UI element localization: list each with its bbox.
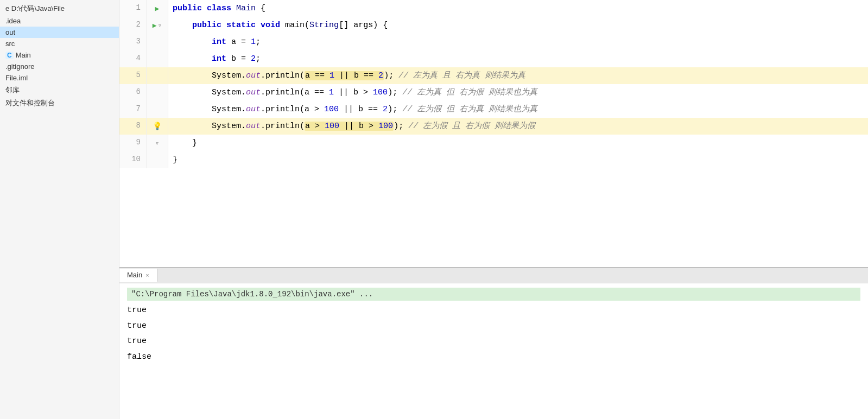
code-line-7: System.out.println(a > 100 || b == 2); /… bbox=[168, 101, 868, 118]
code-line-10: } bbox=[168, 151, 868, 168]
line-number-10: 10 bbox=[119, 151, 147, 168]
console-output: "C:\Program Files\Java\jdk1.8.0_192\bin\… bbox=[119, 283, 868, 419]
table-row: 10 } bbox=[119, 151, 868, 168]
line-number-6: 6 bbox=[119, 84, 147, 101]
sidebar-item-file-iml[interactable]: File.iml bbox=[0, 72, 119, 84]
sidebar-item-gitignore[interactable]: .gitignore bbox=[0, 61, 119, 72]
bookmark-icon-9: ▿ bbox=[155, 139, 160, 148]
console-line-3: true bbox=[127, 334, 860, 350]
panel-tabs: Main × bbox=[119, 268, 868, 283]
code-line-3: int a = 1; bbox=[168, 34, 868, 50]
line-number-2: 2 bbox=[119, 17, 147, 34]
line-number-3: 3 bbox=[119, 34, 147, 50]
sidebar-item-idea[interactable]: .idea bbox=[0, 15, 119, 27]
table-row: 1 ▶ public class Main { bbox=[119, 0, 868, 17]
table-row: 2 ▶ ▿ public static void main(String[] a… bbox=[119, 17, 868, 34]
gutter-3 bbox=[147, 34, 168, 50]
line-number-9: 9 bbox=[119, 135, 147, 151]
line-number-1: 1 bbox=[119, 0, 147, 17]
main-content: 1 ▶ public class Main { 2 ▶ ▿ public sta… bbox=[119, 0, 868, 419]
table-row: 7 System.out.println(a > 100 || b == 2);… bbox=[119, 101, 868, 118]
gutter-5 bbox=[147, 67, 168, 84]
code-line-2: public static void main(String[] args) { bbox=[168, 17, 868, 34]
gutter-6 bbox=[147, 84, 168, 101]
tab-close-button[interactable]: × bbox=[145, 272, 149, 278]
bookmark-icon-2: ▿ bbox=[158, 21, 162, 30]
gutter-2[interactable]: ▶ ▿ bbox=[147, 17, 168, 34]
sidebar-title: e D:\代码\Java\File bbox=[0, 2, 119, 15]
code-line-1: public class Main { bbox=[168, 0, 868, 17]
sidebar-item-files-console[interactable]: 对文件和控制台 bbox=[0, 97, 119, 110]
gutter-1[interactable]: ▶ bbox=[147, 0, 168, 17]
table-row: 6 System.out.println(a == 1 || b > 100);… bbox=[119, 84, 868, 101]
console-line-2: true bbox=[127, 319, 860, 334]
gutter-9: ▿ bbox=[147, 135, 168, 151]
sidebar-item-repository[interactable]: 邻库 bbox=[0, 84, 119, 97]
bottom-panel: Main × "C:\Program Files\Java\jdk1.8.0_1… bbox=[119, 267, 868, 419]
console-line-1: true bbox=[127, 303, 860, 319]
line-number-7: 7 bbox=[119, 101, 147, 118]
sidebar-item-out[interactable]: out bbox=[0, 27, 119, 38]
code-line-4: int b = 2; bbox=[168, 50, 868, 67]
sidebar: e D:\代码\Java\File .idea out src CMain .g… bbox=[0, 0, 119, 419]
table-row: 3 int a = 1; bbox=[119, 34, 868, 50]
sidebar-item-main[interactable]: CMain bbox=[0, 49, 119, 61]
console-command: "C:\Program Files\Java\jdk1.8.0_192\bin\… bbox=[127, 288, 860, 301]
line-number-5: 5 bbox=[119, 67, 147, 84]
sidebar-item-src[interactable]: src bbox=[0, 38, 119, 49]
code-line-6: System.out.println(a == 1 || b > 100); /… bbox=[168, 84, 868, 101]
gutter-10 bbox=[147, 151, 168, 168]
bulb-icon-8[interactable]: 💡 bbox=[153, 122, 162, 131]
console-line-4: false bbox=[127, 350, 860, 365]
table-row: 8 💡 System.out.println(a > 100 || b > 10… bbox=[119, 118, 868, 135]
editor-area: 1 ▶ public class Main { 2 ▶ ▿ public sta… bbox=[119, 0, 868, 267]
tab-main[interactable]: Main × bbox=[119, 269, 157, 282]
line-number-4: 4 bbox=[119, 50, 147, 67]
run-icon-2[interactable]: ▶ bbox=[153, 21, 157, 30]
tab-main-label: Main bbox=[127, 271, 142, 279]
code-line-5: System.out.println(a == 1 || b == 2); //… bbox=[168, 67, 868, 84]
class-icon: C bbox=[5, 52, 14, 59]
code-line-9: } bbox=[168, 135, 868, 151]
code-line-8: System.out.println(a > 100 || b > 100); … bbox=[168, 118, 868, 135]
run-icon-1[interactable]: ▶ bbox=[155, 4, 160, 13]
table-row: 9 ▿ } bbox=[119, 135, 868, 151]
gutter-7 bbox=[147, 101, 168, 118]
gutter-4 bbox=[147, 50, 168, 67]
line-number-8: 8 bbox=[119, 118, 147, 135]
table-row: 4 int b = 2; bbox=[119, 50, 868, 67]
gutter-8[interactable]: 💡 bbox=[147, 118, 168, 135]
table-row: 5 System.out.println(a == 1 || b == 2); … bbox=[119, 67, 868, 84]
